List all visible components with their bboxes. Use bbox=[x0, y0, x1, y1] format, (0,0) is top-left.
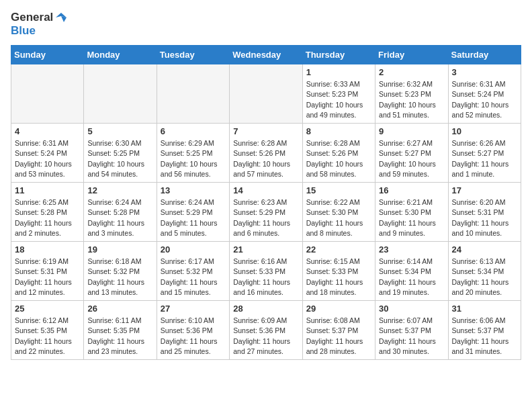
logo-arrow-icon bbox=[54, 12, 68, 23]
cell-week5-day3: 28Sunrise: 6:09 AMSunset: 5:36 PMDayligh… bbox=[230, 301, 302, 360]
cell-week1-day1 bbox=[84, 64, 157, 124]
day-info: Sunrise: 6:18 AMSunset: 5:32 PMDaylight:… bbox=[87, 257, 152, 298]
header-saturday: Saturday bbox=[448, 46, 521, 64]
day-number: 15 bbox=[306, 185, 371, 195]
day-info: Sunrise: 6:28 AMSunset: 5:26 PMDaylight:… bbox=[306, 138, 371, 179]
day-number: 17 bbox=[452, 185, 517, 195]
header-tuesday: Tuesday bbox=[157, 46, 229, 64]
day-info: Sunrise: 6:23 AMSunset: 5:29 PMDaylight:… bbox=[233, 197, 298, 238]
day-info: Sunrise: 6:14 AMSunset: 5:34 PMDaylight:… bbox=[379, 257, 444, 298]
day-info: Sunrise: 6:25 AMSunset: 5:28 PMDaylight:… bbox=[15, 197, 80, 238]
cell-week5-day6: 31Sunrise: 6:06 AMSunset: 5:37 PMDayligh… bbox=[448, 301, 521, 360]
cell-week5-day0: 25Sunrise: 6:12 AMSunset: 5:35 PMDayligh… bbox=[11, 301, 84, 360]
cell-week5-day2: 27Sunrise: 6:10 AMSunset: 5:36 PMDayligh… bbox=[157, 301, 229, 360]
day-info: Sunrise: 6:31 AMSunset: 5:24 PMDaylight:… bbox=[15, 138, 80, 179]
day-number: 5 bbox=[87, 126, 152, 136]
day-info: Sunrise: 6:32 AMSunset: 5:23 PMDaylight:… bbox=[379, 79, 444, 120]
day-number: 3 bbox=[452, 67, 517, 77]
day-number: 10 bbox=[452, 126, 517, 136]
svg-marker-0 bbox=[56, 13, 66, 17]
header-wednesday: Wednesday bbox=[230, 46, 302, 64]
cell-week3-day1: 12Sunrise: 6:24 AMSunset: 5:28 PMDayligh… bbox=[84, 183, 157, 242]
day-number: 22 bbox=[306, 244, 371, 255]
day-info: Sunrise: 6:06 AMSunset: 5:37 PMDaylight:… bbox=[452, 316, 517, 357]
cell-week1-day2 bbox=[157, 64, 229, 124]
day-info: Sunrise: 6:11 AMSunset: 5:35 PMDaylight:… bbox=[87, 316, 152, 357]
day-number: 9 bbox=[379, 126, 444, 136]
page-header: General Blue bbox=[11, 11, 521, 37]
day-info: Sunrise: 6:16 AMSunset: 5:33 PMDaylight:… bbox=[233, 257, 298, 298]
day-info: Sunrise: 6:29 AMSunset: 5:25 PMDaylight:… bbox=[161, 138, 226, 179]
cell-week4-day1: 19Sunrise: 6:18 AMSunset: 5:32 PMDayligh… bbox=[84, 242, 157, 301]
cell-week4-day3: 21Sunrise: 6:16 AMSunset: 5:33 PMDayligh… bbox=[230, 242, 302, 301]
day-info: Sunrise: 6:09 AMSunset: 5:36 PMDaylight:… bbox=[233, 316, 298, 357]
day-number: 30 bbox=[379, 304, 444, 314]
cell-week3-day2: 13Sunrise: 6:24 AMSunset: 5:29 PMDayligh… bbox=[157, 183, 229, 242]
day-info: Sunrise: 6:19 AMSunset: 5:31 PMDaylight:… bbox=[15, 257, 80, 298]
cell-week4-day5: 23Sunrise: 6:14 AMSunset: 5:34 PMDayligh… bbox=[375, 242, 448, 301]
day-info: Sunrise: 6:07 AMSunset: 5:37 PMDaylight:… bbox=[379, 316, 444, 357]
logo: General Blue bbox=[11, 11, 68, 37]
day-number: 12 bbox=[87, 185, 152, 195]
day-info: Sunrise: 6:24 AMSunset: 5:28 PMDaylight:… bbox=[87, 197, 152, 238]
day-info: Sunrise: 6:08 AMSunset: 5:37 PMDaylight:… bbox=[306, 316, 371, 357]
day-number: 11 bbox=[15, 185, 80, 195]
cell-week4-day0: 18Sunrise: 6:19 AMSunset: 5:31 PMDayligh… bbox=[11, 242, 84, 301]
day-number: 23 bbox=[379, 244, 444, 255]
cell-week2-day6: 10Sunrise: 6:26 AMSunset: 5:27 PMDayligh… bbox=[448, 124, 521, 183]
day-info: Sunrise: 6:12 AMSunset: 5:35 PMDaylight:… bbox=[15, 316, 80, 357]
cell-week2-day0: 4Sunrise: 6:31 AMSunset: 5:24 PMDaylight… bbox=[11, 124, 84, 183]
cell-week5-day1: 26Sunrise: 6:11 AMSunset: 5:35 PMDayligh… bbox=[84, 301, 157, 360]
day-info: Sunrise: 6:33 AMSunset: 5:23 PMDaylight:… bbox=[306, 79, 371, 120]
cell-week1-day4: 1Sunrise: 6:33 AMSunset: 5:23 PMDaylight… bbox=[302, 64, 375, 124]
cell-week3-day4: 15Sunrise: 6:22 AMSunset: 5:30 PMDayligh… bbox=[302, 183, 375, 242]
day-number: 13 bbox=[161, 185, 226, 195]
day-number: 21 bbox=[233, 244, 298, 255]
day-number: 2 bbox=[379, 67, 444, 77]
day-number: 1 bbox=[306, 67, 371, 77]
cell-week1-day6: 3Sunrise: 6:31 AMSunset: 5:24 PMDaylight… bbox=[448, 64, 521, 124]
logo-general-text: General bbox=[11, 11, 53, 24]
day-number: 26 bbox=[87, 304, 152, 314]
day-info: Sunrise: 6:20 AMSunset: 5:31 PMDaylight:… bbox=[452, 197, 517, 238]
day-info: Sunrise: 6:27 AMSunset: 5:27 PMDaylight:… bbox=[379, 138, 444, 179]
cell-week5-day4: 29Sunrise: 6:08 AMSunset: 5:37 PMDayligh… bbox=[302, 301, 375, 360]
day-info: Sunrise: 6:26 AMSunset: 5:27 PMDaylight:… bbox=[452, 138, 517, 179]
day-number: 20 bbox=[161, 244, 226, 255]
cell-week5-day5: 30Sunrise: 6:07 AMSunset: 5:37 PMDayligh… bbox=[375, 301, 448, 360]
logo-blue-text: Blue bbox=[11, 24, 68, 38]
cell-week2-day2: 6Sunrise: 6:29 AMSunset: 5:25 PMDaylight… bbox=[157, 124, 229, 183]
header-sunday: Sunday bbox=[11, 46, 84, 64]
day-number: 28 bbox=[233, 304, 298, 314]
header-thursday: Thursday bbox=[302, 46, 375, 64]
calendar-table: SundayMondayTuesdayWednesdayThursdayFrid… bbox=[11, 45, 521, 360]
day-number: 16 bbox=[379, 185, 444, 195]
day-info: Sunrise: 6:17 AMSunset: 5:32 PMDaylight:… bbox=[161, 257, 226, 298]
day-info: Sunrise: 6:30 AMSunset: 5:25 PMDaylight:… bbox=[87, 138, 152, 179]
cell-week4-day4: 22Sunrise: 6:15 AMSunset: 5:33 PMDayligh… bbox=[302, 242, 375, 301]
day-info: Sunrise: 6:31 AMSunset: 5:24 PMDaylight:… bbox=[452, 79, 517, 120]
cell-week1-day5: 2Sunrise: 6:32 AMSunset: 5:23 PMDaylight… bbox=[375, 64, 448, 124]
day-info: Sunrise: 6:28 AMSunset: 5:26 PMDaylight:… bbox=[233, 138, 298, 179]
cell-week3-day5: 16Sunrise: 6:21 AMSunset: 5:30 PMDayligh… bbox=[375, 183, 448, 242]
cell-week4-day2: 20Sunrise: 6:17 AMSunset: 5:32 PMDayligh… bbox=[157, 242, 229, 301]
cell-week4-day6: 24Sunrise: 6:13 AMSunset: 5:34 PMDayligh… bbox=[448, 242, 521, 301]
cell-week3-day0: 11Sunrise: 6:25 AMSunset: 5:28 PMDayligh… bbox=[11, 183, 84, 242]
day-number: 4 bbox=[15, 126, 80, 136]
day-info: Sunrise: 6:22 AMSunset: 5:30 PMDaylight:… bbox=[306, 197, 371, 238]
cell-week2-day5: 9Sunrise: 6:27 AMSunset: 5:27 PMDaylight… bbox=[375, 124, 448, 183]
day-number: 18 bbox=[15, 244, 80, 255]
day-number: 6 bbox=[161, 126, 226, 136]
day-number: 27 bbox=[161, 304, 226, 314]
day-number: 25 bbox=[15, 304, 80, 314]
day-number: 24 bbox=[452, 244, 517, 255]
day-number: 31 bbox=[452, 304, 517, 314]
day-number: 29 bbox=[306, 304, 371, 314]
cell-week2-day1: 5Sunrise: 6:30 AMSunset: 5:25 PMDaylight… bbox=[84, 124, 157, 183]
day-number: 19 bbox=[87, 244, 152, 255]
day-info: Sunrise: 6:13 AMSunset: 5:34 PMDaylight:… bbox=[452, 257, 517, 298]
day-info: Sunrise: 6:15 AMSunset: 5:33 PMDaylight:… bbox=[306, 257, 371, 298]
logo-container: General Blue bbox=[11, 11, 68, 37]
cell-week2-day3: 7Sunrise: 6:28 AMSunset: 5:26 PMDaylight… bbox=[230, 124, 302, 183]
day-info: Sunrise: 6:24 AMSunset: 5:29 PMDaylight:… bbox=[161, 197, 226, 238]
